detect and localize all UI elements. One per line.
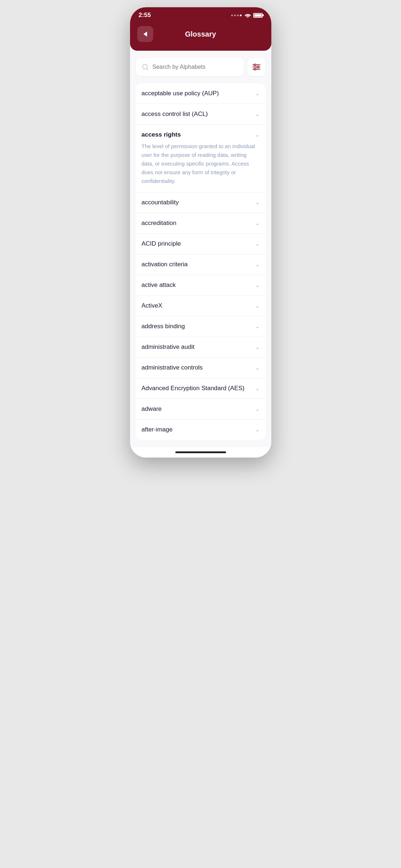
chevron-down-icon: ⌄ <box>255 365 260 371</box>
glossary-item[interactable]: active attack⌄ <box>136 275 266 296</box>
glossary-item[interactable]: accountability⌄ <box>136 192 266 213</box>
glossary-item[interactable]: ACID principle⌄ <box>136 234 266 254</box>
glossary-item-title: administrative controls <box>142 364 203 371</box>
chevron-down-icon: ⌄ <box>255 303 260 309</box>
glossary-item-title: accreditation <box>142 220 176 227</box>
status-time: 2:55 <box>139 12 151 19</box>
filter-button[interactable] <box>247 58 266 76</box>
svg-point-6 <box>254 64 256 66</box>
home-indicator <box>130 447 271 458</box>
glossary-item[interactable]: Advanced Encryption Standard (AES)⌄ <box>136 378 266 399</box>
glossary-item-title: address binding <box>142 323 185 330</box>
glossary-item-title: accountability <box>142 199 179 206</box>
glossary-item-title: active attack <box>142 281 176 289</box>
glossary-item-title: acceptable use policy (AUP) <box>142 90 219 97</box>
battery-icon <box>253 13 263 18</box>
signal-dots <box>231 14 242 16</box>
glossary-item[interactable]: administrative audit⌄ <box>136 337 266 358</box>
glossary-item-title: ActiveX <box>142 302 163 309</box>
chevron-down-icon: ⌄ <box>255 427 260 433</box>
glossary-item[interactable]: accreditation⌄ <box>136 213 266 234</box>
home-bar <box>175 451 226 453</box>
search-input[interactable] <box>153 64 238 70</box>
glossary-item[interactable]: adware⌄ <box>136 399 266 420</box>
status-icons <box>231 13 263 18</box>
status-bar: 2:55 <box>130 7 271 22</box>
chevron-down-icon: ⌄ <box>255 262 260 267</box>
signal-dot-3 <box>237 14 239 16</box>
chevron-down-icon: ⌄ <box>255 200 260 205</box>
phone-container: 2:55 Glossary <box>130 7 271 458</box>
glossary-item-description: The level of permission granted to an in… <box>142 142 260 185</box>
glossary-item-title: after-image <box>142 426 173 433</box>
glossary-item-title: access control list (ACL) <box>142 110 208 118</box>
glossary-item-title: administrative audit <box>142 343 195 351</box>
glossary-item[interactable]: after-image⌄ <box>136 420 266 440</box>
chevron-down-icon: ⌄ <box>255 344 260 350</box>
chevron-down-icon: ⌄ <box>255 385 260 391</box>
chevron-down-icon: ⌄ <box>255 241 260 247</box>
battery-fill <box>254 14 262 17</box>
glossary-item[interactable]: address binding⌄ <box>136 316 266 337</box>
glossary-item[interactable]: ActiveX⌄ <box>136 296 266 316</box>
glossary-list: acceptable use policy (AUP)⌄access contr… <box>136 83 266 440</box>
chevron-down-icon: ⌄ <box>255 91 260 96</box>
back-arrow-icon <box>143 32 147 37</box>
svg-point-7 <box>257 66 259 68</box>
chevron-down-icon: ⌄ <box>255 324 260 329</box>
chevron-down-icon: ⌄ <box>255 282 260 288</box>
glossary-item[interactable]: access rights⌄The level of permission gr… <box>136 125 266 192</box>
glossary-item-title: ACID principle <box>142 240 181 247</box>
glossary-item-title: access rights <box>142 131 181 138</box>
chevron-down-icon: ⌄ <box>255 406 260 412</box>
glossary-item-title: activation criteria <box>142 261 188 268</box>
chevron-down-icon: ⌄ <box>255 111 260 117</box>
chevron-down-icon: ⌄ <box>255 132 260 138</box>
signal-dot-1 <box>231 14 233 16</box>
glossary-item[interactable]: acceptable use policy (AUP)⌄ <box>136 83 266 104</box>
glossary-item[interactable]: access control list (ACL)⌄ <box>136 104 266 125</box>
search-input-container <box>136 58 244 76</box>
glossary-item-title: adware <box>142 405 162 413</box>
main-content: acceptable use policy (AUP)⌄access contr… <box>130 51 271 447</box>
chevron-down-icon: ⌄ <box>255 220 260 226</box>
search-icon <box>142 63 149 71</box>
page-title: Glossary <box>185 30 216 38</box>
signal-dot-4 <box>240 14 242 16</box>
wifi-icon <box>245 13 251 18</box>
svg-line-2 <box>146 68 148 70</box>
svg-point-8 <box>254 68 256 70</box>
glossary-item-title: Advanced Encryption Standard (AES) <box>142 385 245 392</box>
signal-dot-2 <box>234 14 236 16</box>
glossary-item[interactable]: administrative controls⌄ <box>136 358 266 378</box>
filter-icon <box>252 64 260 70</box>
back-button[interactable] <box>137 26 153 42</box>
svg-point-0 <box>247 17 248 18</box>
glossary-item[interactable]: activation criteria⌄ <box>136 254 266 275</box>
search-bar-row <box>136 58 266 76</box>
app-header: Glossary <box>130 22 271 51</box>
